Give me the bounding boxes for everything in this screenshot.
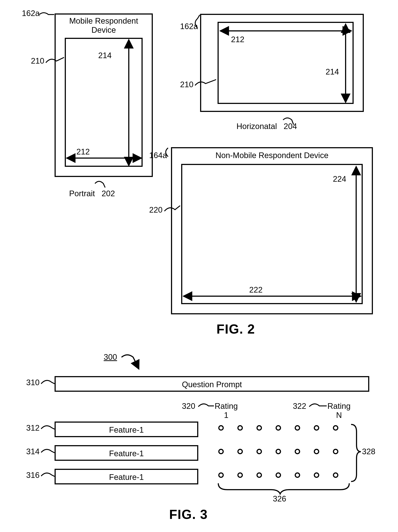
mobile-portrait-title-line1: Mobile Respondent bbox=[56, 16, 152, 25]
ref-164a-nonmobile: 164a bbox=[149, 151, 167, 160]
feature3-label: Feature-1 bbox=[109, 473, 144, 481]
fig2-title: FIG. 2 bbox=[216, 322, 255, 336]
brace-328 bbox=[351, 424, 361, 481]
ref-220-nonmobile: 220 bbox=[149, 205, 163, 214]
mobile-portrait-title-line2: Device bbox=[56, 25, 152, 35]
ref-328: 328 bbox=[362, 447, 375, 456]
leader-310 bbox=[41, 380, 55, 384]
mobile-portrait-outer-frame: Mobile Respondent Device bbox=[55, 13, 153, 177]
nonmobile-outer-frame: Non-Mobile Respondent Device bbox=[171, 147, 373, 314]
arrow-300 bbox=[122, 355, 139, 368]
radio-2-7[interactable] bbox=[333, 449, 338, 454]
ref-210-horizontal: 210 bbox=[180, 80, 193, 89]
feature-row-2: Feature-1 bbox=[55, 445, 198, 461]
mobile-horizontal-inner-frame bbox=[218, 22, 354, 104]
feature-row-3: Feature-1 bbox=[55, 469, 198, 484]
ref-212-portrait: 212 bbox=[76, 147, 90, 156]
ref-326: 326 bbox=[273, 494, 286, 503]
rating-radio-grid bbox=[218, 425, 338, 478]
ref-310: 310 bbox=[26, 378, 39, 387]
ref-322: 322 bbox=[293, 402, 306, 411]
leader-322 bbox=[309, 404, 327, 407]
radio-1-4[interactable] bbox=[276, 425, 281, 431]
radio-2-4[interactable] bbox=[276, 449, 281, 454]
ref-212-horizontal: 212 bbox=[231, 35, 244, 44]
radio-1-1[interactable] bbox=[218, 425, 224, 431]
leader-314 bbox=[41, 449, 55, 453]
radio-3-5[interactable] bbox=[295, 472, 300, 478]
ratingN-top: Rating bbox=[327, 402, 351, 411]
ref-320: 320 bbox=[182, 402, 195, 411]
rating1-bot: 1 bbox=[215, 411, 238, 420]
radio-1-6[interactable] bbox=[314, 425, 319, 431]
ref-214-portrait: 214 bbox=[98, 51, 111, 60]
ref-312: 312 bbox=[26, 423, 39, 432]
brace-326 bbox=[218, 483, 349, 494]
leader-320 bbox=[198, 404, 214, 407]
question-prompt-label: Question Prompt bbox=[182, 380, 242, 389]
radio-1-2[interactable] bbox=[237, 425, 243, 431]
leader-162a-portrait bbox=[39, 13, 54, 14]
radio-1-7[interactable] bbox=[333, 425, 338, 431]
ref-300: 300 bbox=[104, 353, 117, 361]
feature2-label: Feature-1 bbox=[109, 449, 144, 458]
radio-1-5[interactable] bbox=[295, 425, 300, 431]
ratingN-bot: N bbox=[327, 411, 351, 420]
nonmobile-inner-frame bbox=[181, 164, 363, 304]
ref-222-nonmobile: 222 bbox=[249, 285, 262, 294]
radio-row-3 bbox=[218, 472, 338, 478]
mobile-horizontal-outer-frame bbox=[200, 14, 364, 112]
fig3-title: FIG. 3 bbox=[169, 507, 208, 522]
rating1-top: Rating bbox=[215, 402, 238, 411]
ref-314: 314 bbox=[26, 447, 39, 456]
feature-row-1: Feature-1 bbox=[55, 422, 198, 437]
radio-3-7[interactable] bbox=[333, 472, 338, 478]
feature1-label: Feature-1 bbox=[109, 425, 144, 434]
nonmobile-title: Non-Mobile Respondent Device bbox=[172, 151, 372, 160]
radio-2-6[interactable] bbox=[314, 449, 319, 454]
ref-162a-horizontal: 162a bbox=[180, 22, 198, 31]
ref-316: 316 bbox=[26, 471, 39, 480]
question-prompt-box: Question Prompt bbox=[55, 376, 369, 392]
radio-2-2[interactable] bbox=[237, 449, 243, 454]
leader-312 bbox=[41, 426, 55, 429]
ref-214-horizontal: 214 bbox=[326, 67, 339, 76]
radio-3-1[interactable] bbox=[218, 472, 224, 478]
radio-3-4[interactable] bbox=[276, 472, 281, 478]
mobile-horizontal-caption: Horizonatal 204 bbox=[236, 122, 297, 131]
ref-210-portrait: 210 bbox=[31, 56, 44, 65]
radio-2-3[interactable] bbox=[256, 449, 262, 454]
radio-1-3[interactable] bbox=[256, 425, 262, 431]
portrait-caption-num: 202 bbox=[102, 189, 115, 198]
horizontal-caption-num: 204 bbox=[284, 122, 297, 131]
radio-3-3[interactable] bbox=[256, 472, 262, 478]
radio-row-1 bbox=[218, 425, 338, 431]
mobile-portrait-caption: Portrait 202 bbox=[69, 189, 115, 198]
ref-224-nonmobile: 224 bbox=[333, 174, 346, 184]
radio-row-2 bbox=[218, 449, 338, 454]
radio-2-1[interactable] bbox=[218, 449, 224, 454]
squiggle-202 bbox=[95, 181, 105, 188]
leader-316 bbox=[41, 473, 55, 476]
ratingN-label: Rating N bbox=[327, 402, 351, 420]
portrait-caption-label: Portrait bbox=[69, 189, 95, 198]
radio-3-6[interactable] bbox=[314, 472, 319, 478]
horizontal-caption-label: Horizonatal bbox=[236, 122, 277, 131]
rating1-label: Rating 1 bbox=[215, 402, 238, 420]
radio-2-5[interactable] bbox=[295, 449, 300, 454]
radio-3-2[interactable] bbox=[237, 472, 243, 478]
ref-162a-portrait: 162a bbox=[22, 9, 40, 18]
